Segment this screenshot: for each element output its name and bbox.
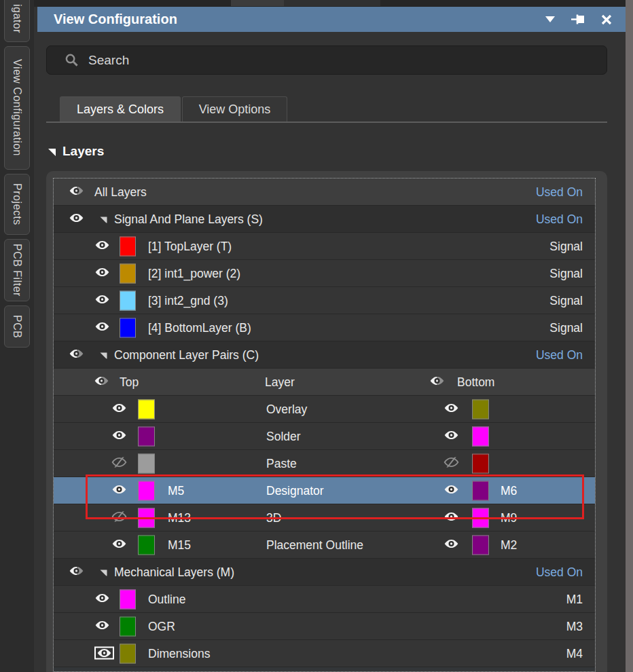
visibility-eye-icon[interactable] <box>444 484 459 497</box>
search-input[interactable] <box>88 53 564 68</box>
row-layer-dimensions[interactable]: DimensionsM4 <box>54 640 595 667</box>
color-swatch[interactable] <box>138 453 155 473</box>
row-label: Mechanical Layers (M) <box>114 565 234 579</box>
tab-view-options[interactable]: View Options <box>182 96 287 122</box>
visibility-off-eye-icon[interactable] <box>111 511 127 524</box>
row-pair-overlay[interactable]: Overlay <box>54 396 595 423</box>
row-label: [4] BottomLayer (B) <box>148 320 251 335</box>
row-section-component-layer-pairs-c-[interactable]: Component Layer Pairs (C)Used On <box>54 341 595 369</box>
color-swatch[interactable] <box>120 236 136 256</box>
sidebar-item-label: View Configuration <box>11 59 23 156</box>
top-layer-name-label: M15 <box>168 538 191 552</box>
partial-visibility-eye-icon[interactable] <box>69 565 84 578</box>
row-pair-designator[interactable]: M5DesignatorM6 <box>54 477 595 504</box>
visibility-eye-icon[interactable] <box>444 511 459 524</box>
color-swatch[interactable] <box>472 453 489 473</box>
color-swatch[interactable] <box>138 399 155 419</box>
expand-triangle-icon[interactable] <box>100 568 107 576</box>
row-all-layers[interactable]: All LayersUsed On <box>54 179 595 206</box>
color-swatch[interactable] <box>472 535 489 555</box>
color-swatch[interactable] <box>120 291 136 310</box>
visibility-eye-icon[interactable] <box>94 267 110 280</box>
tab-label: View Options <box>199 102 271 117</box>
color-swatch[interactable] <box>120 616 136 636</box>
panel-body: View Configuration <box>34 0 626 672</box>
row-pair-column-header: TopLayerBottom <box>54 369 595 396</box>
pair-name-label: 3D <box>266 510 281 525</box>
row-value-label: Signal <box>549 320 583 335</box>
partial-visibility-eye-icon[interactable] <box>69 185 84 198</box>
visibility-eye-icon[interactable] <box>111 430 127 443</box>
visibility-eye-icon[interactable] <box>94 593 110 605</box>
row-label: [1] TopLayer (T) <box>148 239 232 253</box>
visibility-eye-icon[interactable] <box>69 212 84 225</box>
row-pair-placement-outline[interactable]: M15Placement OutlineM2 <box>54 531 595 559</box>
tab-layers-and-colors[interactable]: Layers & Colors <box>60 96 181 122</box>
visibility-eye-icon[interactable] <box>444 538 459 551</box>
sidebar-item-view-configuration[interactable]: View Configuration <box>4 46 30 170</box>
row-value-label: Signal <box>549 293 583 307</box>
visibility-off-eye-icon[interactable] <box>111 457 127 470</box>
visibility-eye-icon[interactable] <box>111 484 127 497</box>
color-swatch[interactable] <box>472 399 489 419</box>
row-layer--4-bottomlayer-b-[interactable]: [4] BottomLayer (B)Signal <box>54 314 595 341</box>
row-pair-solder[interactable]: Solder <box>54 423 595 450</box>
panel-tab-sidebar: igator View Configuration Projects PCB F… <box>0 0 34 672</box>
sidebar-item-navigator[interactable]: igator <box>4 0 30 42</box>
row-layer-outline[interactable]: OutlineM1 <box>54 586 595 613</box>
visibility-eye-icon[interactable] <box>94 240 110 253</box>
color-swatch[interactable] <box>120 318 136 337</box>
visibility-off-eye-icon[interactable] <box>444 457 459 470</box>
row-layer--2-int1-power-2-[interactable]: [2] int1_power (2)Signal <box>54 260 595 287</box>
visibility-eye-icon[interactable] <box>111 403 127 415</box>
color-swatch[interactable] <box>120 263 136 283</box>
partial-visibility-eye-icon[interactable] <box>94 375 109 388</box>
color-swatch[interactable] <box>120 589 136 609</box>
row-layer-ogr[interactable]: OGRM3 <box>54 613 595 640</box>
visibility-eye-boxed-icon[interactable] <box>94 646 114 660</box>
used-on-label[interactable]: Used On <box>536 348 583 362</box>
visibility-eye-icon[interactable] <box>94 620 110 633</box>
row-section-mechanical-layers-m-[interactable]: Mechanical Layers (M)Used On <box>54 559 595 586</box>
row-pair-3d[interactable]: M133DM9 <box>54 504 595 531</box>
visibility-eye-icon[interactable] <box>444 403 459 415</box>
bottom-layer-name-label: M2 <box>501 538 517 552</box>
color-swatch[interactable] <box>138 535 155 555</box>
sidebar-item-pcb-filter[interactable]: PCB Filter <box>4 239 30 301</box>
visibility-eye-icon[interactable] <box>94 321 110 334</box>
color-swatch[interactable] <box>138 426 155 446</box>
sidebar-item-pcb[interactable]: PCB <box>4 305 30 348</box>
used-on-label[interactable]: Used On <box>536 565 583 579</box>
color-swatch[interactable] <box>472 481 489 500</box>
color-swatch[interactable] <box>472 508 489 527</box>
sidebar-item-projects[interactable]: Projects <box>4 174 30 235</box>
close-icon[interactable] <box>601 14 612 25</box>
color-swatch[interactable] <box>138 481 155 500</box>
view-configuration-panel: igator View Configuration Projects PCB F… <box>0 0 633 672</box>
pin-icon[interactable] <box>571 14 585 25</box>
visibility-eye-icon[interactable] <box>94 294 110 307</box>
collapse-triangle-icon[interactable] <box>48 147 56 156</box>
partial-visibility-eye-icon[interactable] <box>69 348 84 361</box>
expand-triangle-icon[interactable] <box>100 215 107 223</box>
color-swatch[interactable] <box>138 508 155 527</box>
visibility-eye-icon[interactable] <box>111 538 127 551</box>
search-bar[interactable] <box>46 45 607 75</box>
used-on-label[interactable]: Used On <box>536 212 583 226</box>
expand-triangle-icon[interactable] <box>100 351 107 358</box>
layers-list-container: All LayersUsed OnSignal And Plane Layers… <box>46 171 607 672</box>
row-layer--3-int2-gnd-3-[interactable]: [3] int2_gnd (3)Signal <box>54 287 595 314</box>
panel-menu-dropdown-icon[interactable] <box>545 16 555 22</box>
row-pair-paste[interactable]: Paste <box>54 450 595 477</box>
page-title: View Configuration <box>54 12 177 27</box>
color-swatch[interactable] <box>120 643 136 663</box>
bottom-layer-name-label: M9 <box>501 510 517 525</box>
layers-section-header[interactable]: Layers <box>48 144 104 159</box>
row-label: Outline <box>148 592 185 606</box>
color-swatch[interactable] <box>472 426 489 446</box>
partial-visibility-eye-icon[interactable] <box>429 375 445 388</box>
row-layer--1-toplayer-t-[interactable]: [1] TopLayer (T)Signal <box>54 233 595 260</box>
visibility-eye-icon[interactable] <box>444 430 459 443</box>
used-on-label[interactable]: Used On <box>536 185 583 199</box>
row-section-signal-and-plane-layers-s-[interactable]: Signal And Plane Layers (S)Used On <box>54 206 595 233</box>
